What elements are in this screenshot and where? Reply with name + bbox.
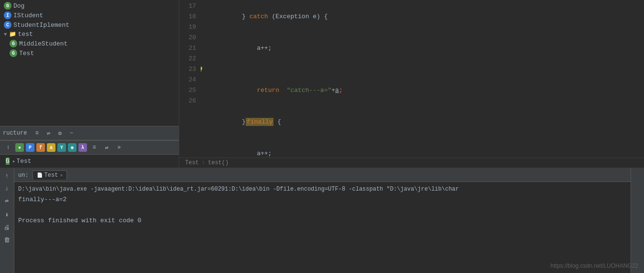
arrow-icon: ▼ — [4, 32, 7, 37]
yellow-a-btn[interactable]: a — [47, 143, 55, 152]
methods-list: G ▸ Test — [0, 155, 179, 168]
method-item-test[interactable]: G ▸ Test — [4, 157, 175, 166]
console-tab-bar: un: 📄 Test ✕ — [14, 169, 631, 182]
breadcrumb-file: Test — [185, 159, 199, 166]
code-line-17: } catch (Exception e) { — [205, 1, 644, 33]
run-label: un: — [18, 172, 29, 179]
export-btn[interactable]: ⬇ — [2, 210, 12, 220]
method-type-icon: ▸ — [12, 158, 16, 164]
console-area: ↑ ↓ ⇌ ⬇ 🖨 🗑 un: 📄 Test ✕ D:\java\bin\jav… — [0, 168, 644, 273]
dog-icon: G — [4, 2, 11, 10]
sidebar-item-studentiplement[interactable]: C StudentIplement — [0, 20, 179, 30]
studentiplement-icon: C — [4, 21, 11, 29]
tab-label: Test — [44, 172, 58, 179]
settings-btn[interactable]: ⚙ — [55, 128, 65, 138]
scroll-up-btn[interactable]: ↑ — [2, 171, 12, 181]
sidebar-item-test[interactable]: G Test — [0, 48, 179, 58]
line-num: 17 — [179, 1, 196, 11]
sidebar-item-label: MiddleStudent — [19, 40, 67, 47]
method-label: Test — [16, 158, 31, 165]
sort-numbered-btn[interactable]: ↕ — [3, 142, 13, 153]
align-btn1[interactable]: ≡ — [89, 142, 99, 153]
line-numbers: 17 18 19 20 21 22 23 24 25 26 — [179, 0, 201, 158]
sidebar-item-label: IStudent — [13, 12, 43, 19]
teal-circle-btn[interactable]: ◉ — [68, 143, 76, 152]
blue-p-btn[interactable]: P — [26, 143, 34, 152]
line-num: 25 — [179, 85, 196, 96]
istudent-icon: I — [4, 11, 11, 19]
line-num: 24 — [179, 75, 196, 85]
url-watermark: https://blog.csdn.net/LUOHANG22 — [551, 262, 638, 269]
align-btn2[interactable]: ⇌ — [101, 142, 112, 153]
sidebar-item-label: Dog — [13, 2, 24, 10]
editor-breadcrumb: Test › test() — [179, 158, 644, 168]
console-tab-test[interactable]: 📄 Test ✕ — [33, 171, 67, 180]
sidebar: G Dog I IStudent C StudentIplement ▼ 📁 t… — [0, 0, 179, 168]
sort-btn[interactable]: ≡ — [32, 128, 42, 138]
close-tab-btn[interactable]: ✕ — [60, 172, 63, 178]
filter-btn[interactable]: ⇌ — [43, 128, 54, 138]
middlestudent-icon: G — [10, 40, 17, 47]
console-output: D:\java\bin\java.exe -javaagent:D:\idea\… — [14, 182, 631, 273]
breadcrumb-separator: › — [202, 159, 205, 166]
line-num: 19 — [179, 22, 196, 33]
code-line-18: a++; — [205, 33, 644, 64]
sidebar-item-label: Test — [19, 50, 34, 57]
orange-f-btn[interactable]: f — [36, 143, 45, 152]
structure-toolbar: ructure ≡ ⇌ ⚙ − — [0, 126, 179, 140]
line-num: 18 — [179, 11, 196, 22]
console-main: un: 📄 Test ✕ D:\java\bin\java.exe -javaa… — [14, 169, 631, 273]
code-line-19: 💡 return "catch---a="+a; — [205, 64, 644, 106]
method-green-icon: G — [6, 158, 10, 165]
console-right-sidebar — [631, 169, 644, 273]
wrap-btn[interactable]: ⇌ — [2, 195, 12, 206]
line-num: 23 — [179, 64, 196, 75]
colored-toolbar: ↕ ● P f a Y ◉ λ ≡ ⇌ » — [0, 140, 179, 155]
bulb-icon: 💡 — [201, 65, 204, 76]
sidebar-tree: G Dog I IStudent C StudentIplement ▼ 📁 t… — [0, 0, 179, 126]
sidebar-item-dog[interactable]: G Dog — [0, 1, 179, 11]
output-line1: finally---a=2 — [18, 194, 627, 205]
line-num: 20 — [179, 33, 196, 43]
sidebar-item-middlestudent[interactable]: G MiddleStudent — [0, 39, 179, 48]
sidebar-item-label: test — [18, 31, 33, 38]
code-editor: 17 18 19 20 21 22 23 24 25 26 } catch (E… — [179, 0, 644, 168]
line-num: 26 — [179, 96, 196, 106]
sidebar-item-label: StudentIplement — [13, 22, 69, 29]
folder-icon: 📁 — [9, 31, 16, 38]
breadcrumb-method: test() — [208, 159, 229, 166]
code-line-20: }finally { — [205, 106, 644, 138]
console-left-sidebar: ↑ ↓ ⇌ ⬇ 🖨 🗑 — [0, 169, 14, 273]
green-btn[interactable]: ● — [15, 143, 24, 152]
print-btn[interactable]: 🖨 — [2, 222, 12, 233]
process-finished-line: Process finished with exit code 0 — [18, 216, 627, 226]
test-icon: G — [10, 49, 17, 57]
structure-label: ructure — [3, 130, 27, 136]
line-num: 21 — [179, 43, 196, 54]
tab-file-icon: 📄 — [37, 172, 43, 178]
minimize-btn[interactable]: − — [66, 128, 76, 138]
sidebar-item-test-folder[interactable]: ▼ 📁 test — [0, 30, 179, 39]
trash-btn[interactable]: 🗑 — [2, 235, 12, 245]
code-content: 17 18 19 20 21 22 23 24 25 26 } catch (E… — [179, 0, 644, 158]
code-lines: } catch (Exception e) { a++; 💡 return "c… — [201, 0, 644, 158]
cmd-line: D:\java\bin\java.exe -javaagent:D:\idea\… — [18, 184, 627, 194]
scroll-down-btn[interactable]: ↓ — [2, 183, 12, 193]
purple-lambda-btn[interactable]: λ — [78, 143, 87, 152]
more-btn[interactable]: » — [114, 142, 124, 153]
line-num: 22 — [179, 54, 196, 64]
code-line-21: a++; — [205, 138, 644, 158]
sidebar-item-istudent[interactable]: I IStudent — [0, 11, 179, 20]
teal-y-btn[interactable]: Y — [57, 143, 66, 152]
output-line2 — [18, 205, 627, 216]
